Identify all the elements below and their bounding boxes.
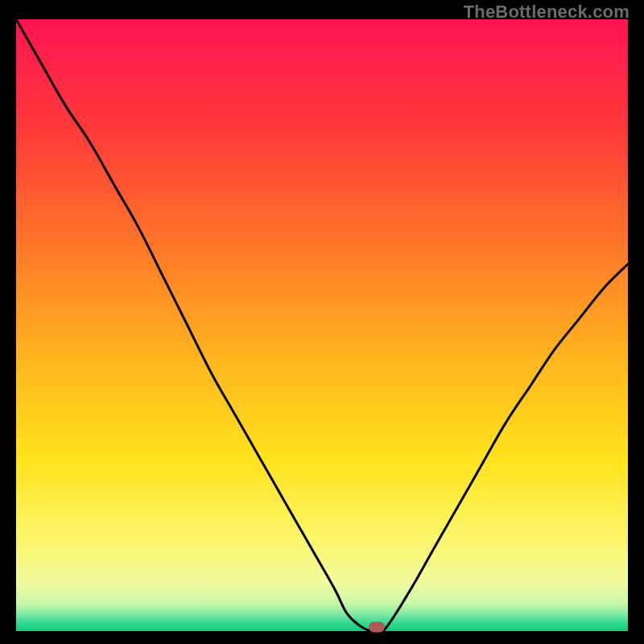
- attribution-label: TheBottleneck.com: [464, 2, 630, 23]
- curve-layer: [16, 19, 628, 631]
- bottleneck-curve: [16, 19, 628, 631]
- chart-frame: TheBottleneck.com: [0, 0, 644, 644]
- plot-area: [16, 19, 628, 631]
- optimal-point-marker: [369, 621, 385, 632]
